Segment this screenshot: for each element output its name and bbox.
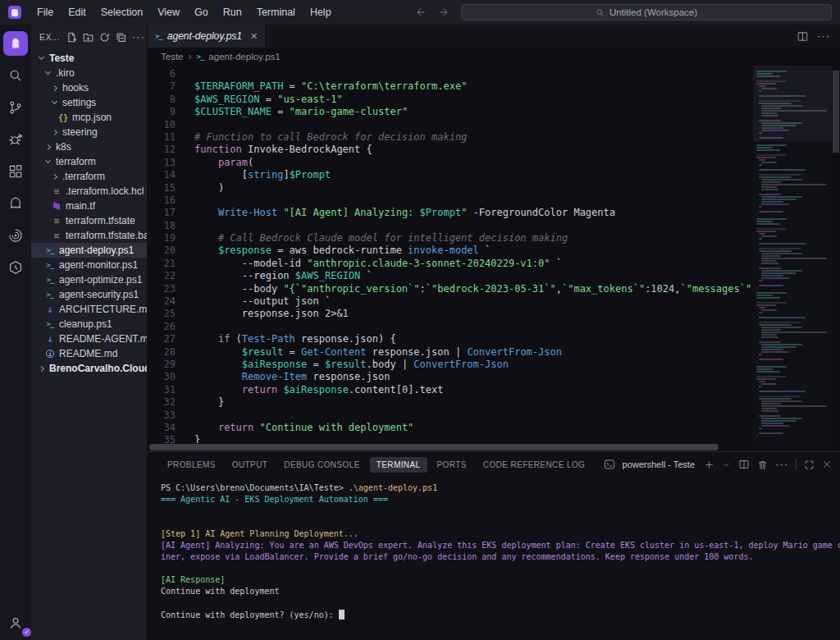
minimap-line [761, 351, 789, 353]
close-panel-icon[interactable] [822, 459, 832, 469]
menu-go[interactable]: Go [187, 3, 216, 21]
vertical-scrollbar-thumb[interactable] [833, 71, 839, 153]
line-number: 10 [148, 119, 176, 131]
minimap-line [759, 248, 800, 249]
menu-run[interactable]: Run [216, 3, 249, 21]
tree-item-agent-deploy-ps1[interactable]: >_agent-deploy.ps1 [31, 243, 147, 258]
tab-close-icon[interactable]: ✕ [250, 31, 258, 42]
run-debug-icon[interactable] [3, 127, 28, 152]
minimap-line [761, 336, 778, 338]
tree-item-settings[interactable]: settings [31, 95, 147, 110]
minimap-line [756, 361, 757, 363]
panel-tab-ports[interactable]: PORTS [431, 457, 473, 473]
code-text: # Function to call Bedrock for decision … [194, 131, 467, 144]
vertical-scrollbar[interactable] [832, 66, 840, 443]
tree-item-readme-agent-md[interactable]: ↓README-AGENT.md [31, 331, 147, 346]
new-folder-icon[interactable] [83, 32, 94, 43]
minimap-line [756, 228, 787, 230]
account-icon[interactable]: ✓ [3, 610, 28, 635]
tree-item-terraform[interactable]: .terraform [31, 169, 147, 184]
tree-item-cleanup-ps1[interactable]: >_cleanup.ps1 [31, 317, 147, 331]
minimap-line [759, 307, 765, 309]
terminal[interactable]: PS C:\Users\breno\Documents\IA\Teste> .\… [148, 477, 840, 640]
maximize-panel-icon[interactable] [804, 459, 815, 470]
tree-item-readme-md[interactable]: iREADME.md [31, 346, 147, 361]
minimap-line [756, 208, 829, 210]
code-line: 22 --region $AWS_REGION ` [148, 270, 753, 282]
menu-help[interactable]: Help [303, 3, 339, 21]
horizontal-scrollbar[interactable] [148, 443, 753, 451]
terminal-more-icon[interactable]: ··· [775, 460, 788, 469]
tree-item-brenocarvalho-cloud[interactable]: BrenoCarvalho.Cloud [31, 361, 147, 376]
tree-item-kiro[interactable]: .kiro [31, 66, 147, 80]
code-text: # Call Bedrock Claude model for intellig… [194, 232, 568, 245]
panel-tab-code-reference-log[interactable]: CODE REFERENCE LOG [477, 457, 591, 473]
info-file-icon: i [44, 350, 56, 358]
editor-more-icon[interactable]: ··· [817, 32, 830, 40]
tree-item-terraform[interactable]: terraform [31, 154, 147, 169]
code-text: --model-id "anthropic.claude-3-sonnet-20… [194, 258, 562, 270]
minimap-line [756, 231, 776, 232]
extensions-icon[interactable] [3, 159, 28, 184]
breadcrumb-folder[interactable]: Teste [161, 52, 184, 62]
minimap-line [756, 149, 780, 151]
minimap-line [756, 314, 829, 316]
code-text: --body "{`"anthropic_version`":`"bedrock… [194, 283, 753, 295]
hexagon-queue-icon[interactable] [3, 255, 28, 280]
menu-file[interactable]: File [30, 3, 61, 21]
minimap-line [756, 221, 773, 222]
tree-item-mcp-json[interactable]: {}mcp.json [31, 110, 147, 125]
tree-item-agent-monitor-ps1[interactable]: >_agent-monitor.ps1 [31, 258, 147, 272]
split-editor-icon[interactable] [797, 30, 809, 43]
panel-tab-output[interactable]: OUTPUT [226, 457, 275, 473]
split-terminal-icon[interactable] [738, 459, 750, 470]
tree-item-main-tf[interactable]: main.tf [31, 199, 147, 213]
minimap[interactable] [753, 66, 832, 443]
tree-item-architecture-md[interactable]: ↓ARCHITECTURE.md [31, 302, 147, 317]
agent-swirl-icon[interactable] [3, 223, 28, 248]
minimap-line [759, 250, 792, 252]
panel-tab-problems[interactable]: PROBLEMS [161, 457, 222, 473]
tree-item-teste[interactable]: Teste [31, 51, 147, 66]
terminal-line: [AI Response] [161, 575, 840, 587]
tree-item-label: hooks [62, 82, 89, 94]
explorer-more-icon[interactable]: ··· [132, 33, 145, 41]
workspace-search[interactable]: Untitled (Workspace) [461, 4, 832, 21]
tree-item-label: BrenoCarvalho.Cloud [49, 363, 147, 374]
menu-view[interactable]: View [150, 3, 187, 21]
forward-arrow-icon[interactable] [438, 7, 450, 18]
tree-item-steering[interactable]: steering [31, 125, 147, 139]
kiro-icon[interactable] [3, 31, 28, 56]
new-terminal-icon[interactable] [704, 459, 714, 470]
minimap-line [756, 363, 829, 365]
source-control-icon[interactable] [3, 95, 28, 120]
code-area[interactable]: 67$TERRAFORM_PATH = "C:\terraform\terraf… [148, 66, 753, 443]
search-view-icon[interactable] [3, 63, 28, 88]
back-arrow-icon[interactable] [415, 7, 427, 18]
tab-agent-deploy[interactable]: >_ agent-deploy.ps1 ✕ [148, 25, 266, 48]
tree-item-hooks[interactable]: hooks [31, 80, 147, 95]
menu-edit[interactable]: Edit [61, 3, 94, 21]
collapse-all-icon[interactable] [116, 32, 126, 43]
titlebar: FileEditSelectionViewGoRunTerminalHelp U… [0, 0, 840, 25]
tree-item-agent-security-ps1[interactable]: >_agent-security.ps1 [31, 287, 147, 302]
new-file-icon[interactable] [66, 32, 77, 43]
menu-terminal[interactable]: Terminal [249, 3, 303, 21]
tree-item-k8s[interactable]: k8s [31, 139, 147, 154]
minimap-line [756, 226, 829, 227]
workspace-search-label: Untitled (Workspace) [609, 7, 697, 17]
chat-ghost-icon[interactable] [3, 191, 28, 216]
terminal-dropdown-icon[interactable] [722, 460, 731, 469]
refresh-icon[interactable] [99, 32, 110, 43]
kiro-app-icon[interactable] [8, 6, 21, 19]
panel-tab-debug-console[interactable]: DEBUG CONSOLE [277, 457, 366, 473]
horizontal-scrollbar-thumb[interactable] [149, 444, 719, 450]
tree-item-agent-optimize-ps1[interactable]: >_agent-optimize.ps1 [31, 272, 147, 287]
tree-item-terraform-tfstate[interactable]: ≡terraform.tfstate [31, 213, 147, 228]
panel-tab-terminal[interactable]: TERMINAL [370, 457, 427, 473]
tree-item-terraform-tfstate-ba[interactable]: ≡terraform.tfstate.ba... [31, 228, 147, 243]
tree-item-terraform-lock-hcl[interactable]: ≡.terraform.lock.hcl [31, 184, 147, 199]
menu-selection[interactable]: Selection [94, 3, 150, 21]
kill-terminal-icon[interactable] [757, 459, 768, 470]
breadcrumb-file[interactable]: agent-deploy.ps1 [208, 52, 280, 62]
